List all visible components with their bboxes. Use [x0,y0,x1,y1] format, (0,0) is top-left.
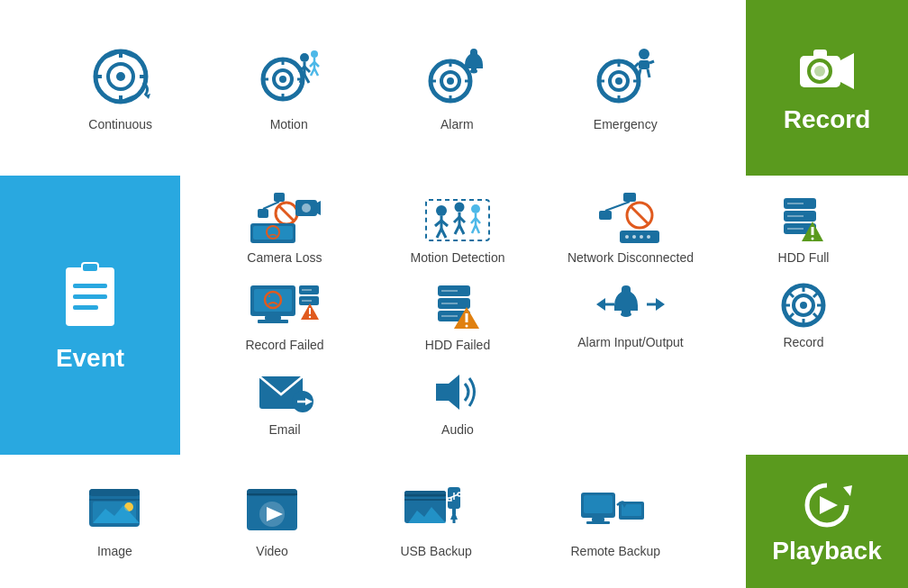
hdd-full-icon [776,191,831,245]
playback-badge[interactable]: Playback [746,455,908,588]
remote-backup-item[interactable]: Remote Backup [571,485,661,558]
email-item[interactable]: Email [198,358,371,446]
svg-marker-187 [843,485,852,496]
svg-rect-64 [258,209,268,218]
audio-label: Audio [441,422,474,437]
record-badge-label: Record [784,105,870,134]
svg-point-133 [466,324,468,327]
camera-loss-label: Camera Loss [247,250,322,265]
alarm-icon [425,45,488,108]
svg-line-148 [813,313,818,318]
record-failed-label: Record Failed [245,338,323,352]
continuous-icon [89,45,152,108]
alarm-item[interactable]: Alarm [425,45,488,131]
svg-line-86 [459,225,464,234]
svg-line-23 [304,75,309,83]
hdd-full-item[interactable]: HDD Full [717,185,890,272]
svg-point-111 [812,238,814,240]
usb-backup-item[interactable]: USB Backup [400,485,471,558]
svg-point-81 [455,203,465,213]
svg-point-142 [800,302,807,309]
svg-line-51 [648,69,649,77]
video-icon [243,485,302,535]
usb-backup-icon [403,485,470,535]
email-label: Email [268,422,300,437]
svg-rect-181 [584,495,613,513]
hdd-failed-icon [431,278,485,332]
svg-point-69 [302,204,311,213]
record-badge[interactable]: Record [746,0,908,176]
network-disconnected-icon [595,191,667,245]
image-icon [86,485,144,535]
alarm-input-output-item[interactable]: Alarm Input/Output [544,272,717,359]
svg-rect-182 [592,518,604,521]
network-disconnected-item[interactable]: Network Disconnected [544,185,717,272]
playback-icons-area: Image Video [0,455,746,588]
audio-item[interactable]: Audio [371,358,544,446]
image-item[interactable]: Image [86,485,144,558]
continuous-item[interactable]: Continuous [88,45,152,131]
svg-point-32 [447,77,454,85]
svg-marker-70 [317,199,321,217]
email-icon [256,367,314,417]
svg-rect-72 [253,226,293,240]
motion-detection-label: Motion Detection [410,250,504,265]
motion-detection-icon [422,191,494,245]
main-container: Continuous [0,0,908,588]
emergency-item[interactable]: Emergency [594,45,658,131]
svg-line-149 [813,293,818,297]
record-failed-item[interactable]: Record Failed [198,272,371,359]
video-label: Video [256,544,288,558]
svg-point-2 [116,72,125,81]
svg-marker-56 [840,53,854,89]
event-record-item[interactable]: Record [717,272,890,359]
continuous-label: Continuous [88,117,152,131]
record-icons-area: Continuous [0,0,746,176]
svg-line-92 [476,225,479,233]
svg-point-24 [311,50,318,58]
svg-rect-116 [265,316,281,320]
svg-line-48 [633,63,639,68]
svg-point-101 [640,235,643,239]
svg-marker-134 [596,298,605,311]
playback-badge-icon [798,478,857,528]
svg-rect-117 [258,320,288,323]
audio-icon [431,367,485,417]
svg-point-18 [300,53,309,62]
svg-rect-183 [586,521,610,524]
svg-line-147 [789,293,794,297]
emergency-icon [594,45,657,108]
svg-rect-168 [404,491,446,497]
svg-point-139 [621,312,631,317]
event-badge-icon [59,258,122,330]
motion-detection-item[interactable]: Motion Detection [371,185,544,272]
camera-loss-icon [249,191,321,245]
svg-point-99 [625,235,629,239]
event-record-icon [776,280,831,330]
camera-loss-item[interactable]: Camera Loss [198,185,371,272]
hdd-failed-label: HDD Failed [425,338,490,352]
svg-rect-94 [599,211,612,220]
playback-badge-label: Playback [772,537,881,565]
svg-point-100 [632,235,636,239]
svg-line-50 [639,69,640,77]
event-section: Event [0,176,908,455]
emergency-label: Emergency [594,117,658,131]
playback-section: Image Video [0,455,908,588]
svg-point-13 [279,76,286,83]
svg-rect-47 [639,60,649,69]
record-badge-icon [795,42,858,96]
svg-line-67 [278,205,295,222]
svg-line-29 [314,68,318,76]
svg-line-80 [441,229,446,238]
svg-point-54 [814,66,825,77]
event-badge[interactable]: Event [0,176,180,455]
svg-rect-93 [623,193,636,202]
motion-icon [258,45,321,108]
motion-item[interactable]: Motion [258,45,321,131]
svg-marker-188 [820,496,838,514]
svg-line-97 [631,206,649,224]
hdd-failed-item[interactable]: HDD Failed [371,272,544,359]
svg-point-124 [309,316,311,318]
video-item[interactable]: Video [243,485,302,558]
